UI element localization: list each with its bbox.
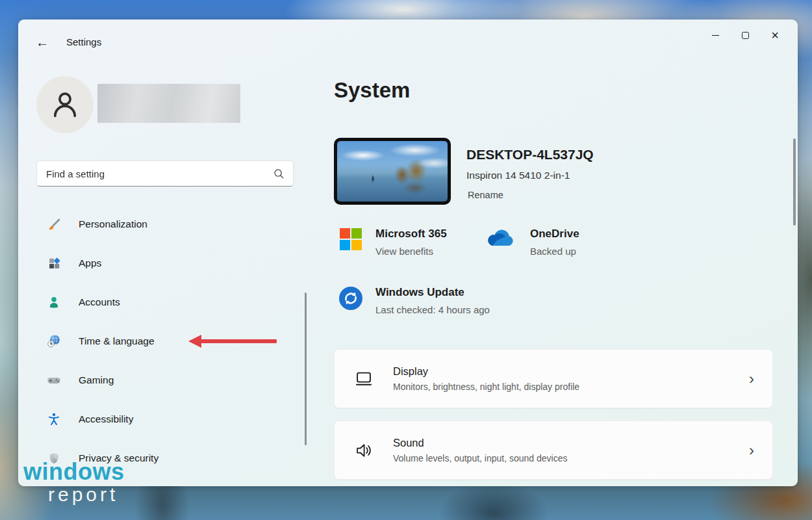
maximize-icon: [742, 32, 749, 39]
search-icon[interactable]: [273, 168, 285, 179]
sidebar-item-label: Personalization: [79, 218, 147, 230]
card-subtitle: Volume levels, output, input, sound devi…: [393, 453, 749, 463]
microsoft-logo: [338, 228, 364, 257]
back-arrow-icon: ←: [36, 35, 49, 50]
chevron-right-icon: ›: [749, 370, 754, 388]
gamepad-icon: [47, 373, 61, 387]
search-input[interactable]: [37, 168, 273, 179]
chevron-right-icon: ›: [749, 441, 754, 460]
microsoft-365-tile[interactable]: Microsoft 365 View benefits: [338, 228, 447, 257]
avatar[interactable]: [36, 76, 94, 133]
arrow-shaft: [199, 339, 277, 343]
tile-title: Windows Update: [375, 286, 490, 299]
minimize-icon: [712, 35, 719, 36]
globe-clock-icon: [47, 334, 61, 348]
person-icon: [47, 295, 61, 309]
accessibility-icon: [47, 412, 61, 426]
sidebar-item-label: Time & language: [79, 335, 155, 347]
sidebar-item-accessibility[interactable]: Accessibility: [29, 408, 301, 431]
display-settings-card[interactable]: Display Monitors, brightness, night ligh…: [334, 349, 773, 408]
tile-subtitle: Last checked: 4 hours ago: [375, 304, 490, 315]
device-name: DESKTOP-4L537JQ: [466, 147, 594, 162]
account-name-blurred: [97, 84, 240, 123]
card-subtitle: Monitors, brightness, night light, displ…: [393, 382, 749, 392]
card-title: Sound: [393, 437, 749, 449]
tile-title: OneDrive: [530, 228, 579, 240]
sidebar-item-label: Accounts: [79, 296, 120, 308]
close-icon: ×: [771, 28, 779, 43]
card-title: Display: [393, 365, 749, 378]
paintbrush-icon: [47, 217, 61, 231]
windows-update-tile[interactable]: Windows Update Last checked: 4 hours ago: [338, 286, 490, 315]
tile-subtitle: View benefits: [375, 246, 447, 257]
sidebar-item-label: Apps: [79, 257, 101, 269]
rename-link[interactable]: Rename: [468, 190, 503, 200]
onedrive-tile[interactable]: OneDrive Backed up: [481, 228, 579, 257]
tile-title: Microsoft 365: [375, 228, 447, 240]
sidebar-item-gaming[interactable]: Gaming: [29, 369, 301, 392]
sidebar-item-accounts[interactable]: Accounts: [29, 291, 301, 314]
watermark-line1: windows: [23, 460, 125, 484]
person-avatar-icon: [48, 88, 82, 122]
highlight-arrow: [188, 335, 277, 348]
sidebar-item-personalization[interactable]: Personalization: [29, 213, 301, 236]
window-controls: ×: [700, 25, 790, 46]
speaker-icon: [354, 442, 374, 459]
window-title: Settings: [66, 36, 101, 47]
onedrive-cloud-icon: [481, 228, 518, 257]
back-button[interactable]: ←: [32, 33, 52, 51]
sidebar-scrollbar[interactable]: [305, 292, 307, 445]
apps-grid-icon: [47, 256, 61, 270]
page-title: System: [334, 78, 410, 103]
sidebar-nav: Personalization Apps Accounts: [29, 213, 301, 486]
tile-subtitle: Backed up: [530, 246, 579, 257]
minimize-button[interactable]: [700, 25, 730, 46]
windows-report-watermark: windows report: [23, 460, 125, 504]
device-wallpaper-thumbnail: [334, 138, 451, 205]
sidebar-item-label: Accessibility: [79, 413, 133, 425]
sidebar-item-apps[interactable]: Apps: [29, 252, 301, 275]
close-button[interactable]: ×: [760, 25, 790, 46]
maximize-button[interactable]: [730, 25, 760, 46]
settings-window: ← Settings ×: [18, 20, 798, 486]
sound-settings-card[interactable]: Sound Volume levels, output, input, soun…: [334, 421, 773, 480]
device-model: Inspiron 14 5410 2-in-1: [466, 170, 570, 181]
sidebar-item-label: Gaming: [79, 374, 114, 386]
search-box[interactable]: [36, 161, 294, 187]
windows-update-icon: [338, 286, 364, 315]
watermark-line2: report: [48, 485, 125, 504]
display-icon: [354, 370, 374, 387]
content-scrollbar[interactable]: [793, 138, 796, 226]
